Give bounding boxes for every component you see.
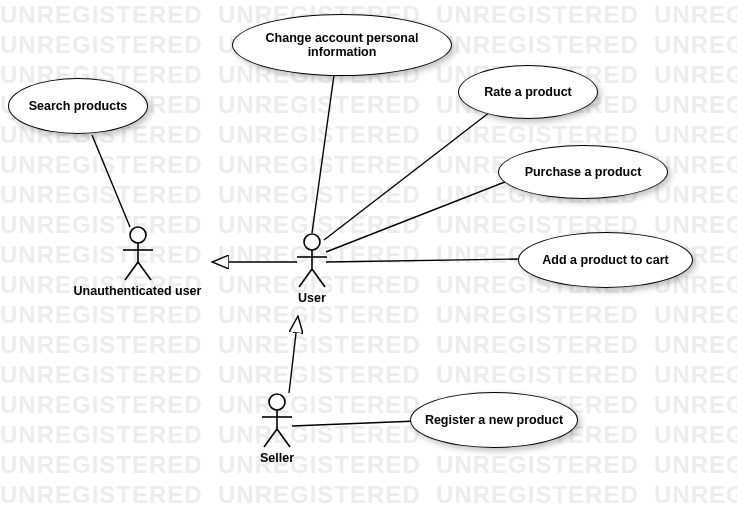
svg-line-8 [299,269,312,287]
usecase-change: Change account personal information [232,14,452,76]
usecase-label: Change account personal information [243,31,441,59]
actor-seller: Seller [257,393,297,465]
svg-line-14 [277,429,290,447]
usecase-label: Register a new product [425,413,563,427]
actor-label: Unauthenticated user [70,284,205,298]
usecase-label: Search products [29,99,128,113]
svg-point-5 [304,234,320,250]
usecase-purchase: Purchase a product [498,145,668,199]
actor-icon [120,226,156,282]
usecase-label: Purchase a product [525,165,642,179]
usecase-rate: Rate a product [458,65,598,119]
actor-icon [294,233,330,289]
usecase-addcart: Add a product to cart [518,232,693,288]
svg-line-4 [138,262,151,280]
svg-point-0 [130,227,146,243]
actor-icon [259,393,295,449]
actor-unauth: Unauthenticated user [70,226,205,298]
usecase-label: Add a product to cart [542,253,668,267]
svg-line-9 [312,269,325,287]
usecase-register: Register a new product [410,392,578,448]
usecase-label: Rate a product [484,85,572,99]
svg-point-10 [269,394,285,410]
svg-line-3 [125,262,138,280]
actor-label: Seller [257,451,297,465]
actor-user: User [292,233,332,305]
usecase-search: Search products [8,78,148,134]
actor-label: User [292,291,332,305]
svg-line-13 [264,429,277,447]
